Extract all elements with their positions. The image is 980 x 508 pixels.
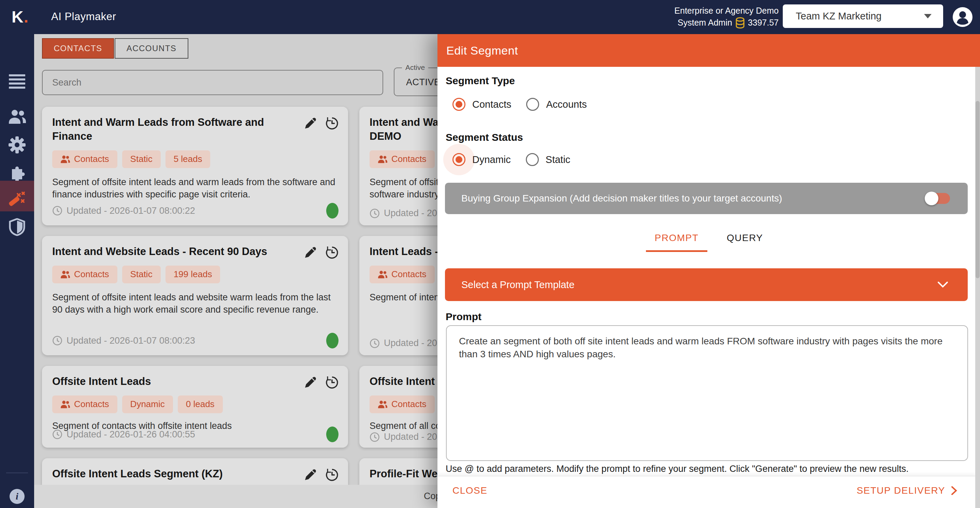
search-input[interactable] [43, 71, 382, 94]
card-updated-text: Updated - 2026-01-26 04:00:55 [67, 429, 195, 440]
prompt-textarea[interactable]: Create an segment of both off site inten… [446, 325, 968, 461]
buying-group-toggle[interactable] [925, 192, 951, 205]
history-icon[interactable] [325, 116, 339, 132]
chip-leads: 0 leads [178, 395, 223, 413]
segment-card[interactable]: Intent and Warm Leads from Software and … [42, 107, 348, 225]
close-button[interactable]: CLOSE [452, 485, 487, 496]
segment-status-label: Segment Status [445, 132, 523, 143]
credits-value: 3397.57 [748, 17, 779, 29]
buying-group-bar: Buying Group Expansion (Add decision mak… [445, 183, 968, 214]
menu-icon[interactable] [0, 74, 34, 89]
buying-group-label: Buying Group Expansion (Add decision mak… [461, 193, 782, 204]
sidebar-divider [6, 473, 28, 473]
select-prompt-template-button[interactable]: Select a Prompt Template [445, 268, 968, 301]
card-updated-text: Updated - 2026-01-07 08:00:22 [67, 206, 195, 216]
card-description: Segment of offsite intent leads and warm… [52, 176, 339, 201]
chevron-down-icon [924, 14, 932, 18]
chip-type: Contacts [52, 265, 118, 283]
chip-type: Contacts [369, 395, 435, 413]
svg-text:i: i [16, 491, 18, 502]
chip-type: Contacts [52, 395, 118, 413]
radio-dynamic[interactable] [452, 153, 465, 166]
clock-icon [369, 208, 380, 219]
radio-contacts-label[interactable]: Contacts [472, 99, 511, 110]
search-field [42, 70, 383, 95]
tab-prompt[interactable]: PROMPT [646, 227, 707, 249]
segment-card[interactable]: Offsite Intent Leads Contacts Dynamic 0 … [42, 366, 348, 448]
tab-indicator [646, 250, 707, 252]
radio-accounts-label[interactable]: Accounts [546, 99, 587, 110]
prompt-label: Prompt [445, 311, 482, 322]
edit-pencil-icon[interactable] [304, 246, 317, 261]
card-title: Intent and Warm Leads from Software and … [52, 116, 291, 143]
tab-accounts[interactable]: ACCOUNTS [115, 38, 188, 59]
active-status-dot [326, 427, 339, 442]
chevron-right-icon [951, 486, 958, 496]
chip-leads: 5 leads [165, 150, 210, 168]
clock-icon [52, 335, 62, 346]
clock-icon [369, 432, 380, 442]
settings-gear-icon[interactable] [0, 137, 34, 153]
clock-icon [369, 338, 380, 348]
chip-leads: 199 leads [165, 265, 220, 283]
segment-type-radios: Contacts Accounts [452, 96, 602, 113]
setup-delivery-button[interactable]: SETUP DELIVERY [856, 485, 958, 496]
info-icon[interactable]: i [0, 488, 34, 505]
org-name: Enterprise or Agency Demo [674, 5, 779, 17]
segment-card[interactable]: Intent and Website Leads - Recent 90 Day… [42, 236, 348, 355]
users-icon[interactable] [0, 109, 34, 124]
status-filter-label: Active [402, 64, 428, 71]
radio-accounts[interactable] [526, 98, 539, 111]
chip-type: Contacts [369, 150, 435, 168]
integrations-puzzle-icon[interactable] [0, 164, 34, 181]
card-title: Intent and Website Leads - Recent 90 Day… [52, 245, 291, 259]
history-icon[interactable] [325, 375, 339, 391]
clock-icon [52, 429, 62, 440]
chevron-down-icon [937, 281, 948, 289]
card-title: Offsite Intent Leads [52, 375, 291, 389]
drawer-title: Edit Segment [446, 44, 518, 57]
credits-icon [735, 17, 745, 29]
card-description: Segment of offsite intent leads and webs… [52, 292, 339, 316]
team-selector[interactable]: Team KZ Marketing [783, 5, 943, 28]
chip-type: Contacts [369, 265, 435, 283]
tab-contacts[interactable]: CONTACTS [42, 38, 114, 59]
card-title: Offsite Intent Leads Segment (KZ) [52, 467, 291, 481]
status-filter-value: ACTIVE [406, 77, 441, 87]
chip-status: Static [122, 265, 161, 283]
chip-status: Dynamic [122, 395, 173, 413]
radio-static[interactable] [526, 153, 539, 166]
chip-status: Static [122, 150, 161, 168]
segment-type-label: Segment Type [445, 75, 515, 87]
account-info: Enterprise or Agency Demo System Admin 3… [674, 5, 779, 29]
history-icon[interactable] [325, 468, 339, 483]
edit-pencil-icon[interactable] [304, 116, 317, 132]
prompt-helper-text: Use @ to add parameters. Modify the prom… [445, 464, 909, 474]
history-icon[interactable] [325, 246, 339, 261]
security-shield-icon[interactable] [0, 218, 34, 236]
user-role: System Admin [678, 17, 732, 29]
radio-contacts[interactable] [452, 98, 465, 111]
drawer-header: Edit Segment [438, 34, 980, 67]
active-status-dot [326, 333, 339, 348]
edit-segment-drawer: Edit Segment Segment Type Contacts Accou… [438, 34, 980, 508]
avatar[interactable] [952, 7, 973, 29]
drawer-footer: CLOSE SETUP DELIVERY [438, 476, 975, 508]
radio-static-label[interactable]: Static [546, 154, 571, 165]
page-title: AI Playmaker [51, 11, 116, 23]
clock-icon [52, 206, 62, 216]
top-bar: K. AI Playmaker Enterprise or Agency Dem… [0, 0, 980, 34]
edit-pencil-icon[interactable] [304, 375, 317, 391]
brand-logo[interactable]: K. [11, 8, 29, 26]
toggle-thumb [925, 192, 939, 205]
drawer-scrollbar[interactable] [975, 67, 980, 508]
active-status-dot [326, 203, 339, 219]
scrollbar-thumb[interactable] [975, 101, 980, 278]
radio-dynamic-label[interactable]: Dynamic [472, 154, 511, 165]
card-updated-text: Updated - 2026-01-07 08:00:23 [67, 335, 195, 346]
tab-query[interactable]: QUERY [714, 227, 776, 249]
segment-status-radios: Dynamic Static [452, 151, 585, 168]
chip-type: Contacts [52, 150, 118, 168]
ai-playmaker-wand-icon[interactable] [0, 190, 34, 209]
edit-pencil-icon[interactable] [304, 468, 317, 483]
